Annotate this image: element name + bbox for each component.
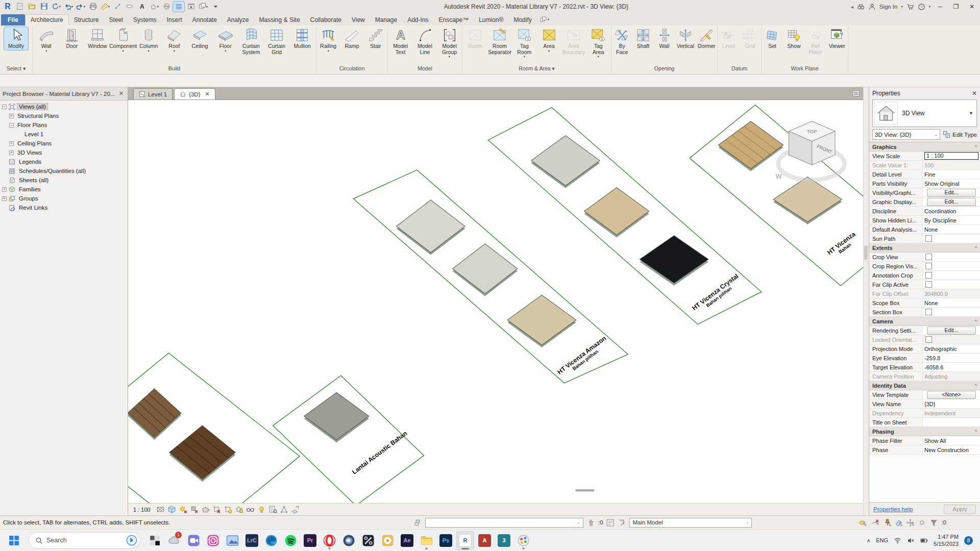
- section-header-camera[interactable]: Camera^: [869, 317, 980, 326]
- show-crop-region-icon[interactable]: [224, 505, 232, 514]
- material-swatch[interactable]: [640, 236, 708, 283]
- material-swatch[interactable]: [397, 200, 465, 253]
- expand-icon[interactable]: +: [2, 187, 7, 192]
- section-header-identity-data[interactable]: Identity Data^: [869, 381, 980, 390]
- by-face-button[interactable]: By Face: [611, 27, 632, 56]
- detail-level-value[interactable]: Fine: [924, 171, 935, 178]
- tag-room-button[interactable]: 1Tag Room▾: [512, 27, 536, 59]
- drag-on-selection-toggle-icon[interactable]: [906, 518, 915, 527]
- collapse-icon[interactable]: −: [9, 123, 14, 128]
- 3d-view[interactable]: Lantai Acoustic BahanHT Vicenza AmazonBa…: [128, 100, 863, 503]
- design-options-combo[interactable]: Main Model⌄: [629, 518, 752, 528]
- model-text-button[interactable]: AModel Text: [388, 27, 412, 56]
- model-line-button[interactable]: Model Line: [413, 27, 437, 56]
- dormer-button[interactable]: Dormer: [696, 27, 717, 50]
- ribbon-tab-manage[interactable]: Manage: [370, 14, 402, 26]
- tree-item-groups[interactable]: +Groups: [0, 194, 128, 203]
- worksets-icon[interactable]: [413, 518, 422, 527]
- column-button[interactable]: Column▾: [137, 27, 161, 53]
- taskbar-app-photoshop[interactable]: Ps: [437, 531, 455, 550]
- visibility-graphi-button[interactable]: Edit...: [927, 189, 976, 197]
- properties-help-link[interactable]: Properties help: [873, 506, 913, 512]
- aligndim-button[interactable]: [112, 2, 123, 12]
- wifi-icon[interactable]: [894, 537, 901, 544]
- viewer-button[interactable]: Viewer: [826, 27, 848, 50]
- temporary-hide-isolate-icon[interactable]: [246, 505, 255, 514]
- collapse-icon[interactable]: −: [2, 105, 7, 109]
- phase-filter-value[interactable]: Show All: [924, 438, 946, 444]
- taskbar-app-spotify[interactable]: [282, 531, 300, 550]
- ribbon-tab-annotate[interactable]: Annotate: [187, 14, 222, 26]
- taskbar-app-3ds-max[interactable]: 3: [495, 531, 513, 550]
- worksets-combo[interactable]: ⌄: [425, 518, 583, 528]
- taskbar-app-after-effects[interactable]: Ae: [398, 531, 416, 550]
- material-swatch[interactable]: [453, 244, 518, 294]
- tagq-button[interactable]: [124, 2, 135, 12]
- door-button[interactable]: Door: [60, 27, 84, 50]
- collapse-chevron-icon[interactable]: ^: [975, 319, 977, 324]
- ribbon-tab-view[interactable]: View: [347, 14, 370, 26]
- parts-visibility-value[interactable]: Show Original: [924, 181, 959, 187]
- close-view-icon[interactable]: ✕: [205, 91, 209, 97]
- dependency-value[interactable]: Independent: [924, 410, 955, 416]
- section-header-phasing[interactable]: Phasing^: [869, 427, 980, 436]
- ribbon-tab-structure[interactable]: Structure: [69, 14, 104, 26]
- horizontal-scroll-indicator[interactable]: [575, 489, 594, 491]
- undo-button[interactable]: ▾: [63, 2, 74, 12]
- ribbon-tab-add-ins[interactable]: Add-Ins: [402, 14, 433, 26]
- properties-close-icon[interactable]: ✕: [972, 90, 977, 97]
- far-clip-active-checkbox[interactable]: [925, 281, 932, 288]
- select-links-toggle-icon[interactable]: [859, 518, 868, 527]
- mullion-button[interactable]: Mullion: [290, 27, 314, 50]
- language-indicator[interactable]: ENG: [876, 537, 888, 543]
- sun-path-icon[interactable]: [179, 505, 187, 514]
- wall-button[interactable]: Wall: [654, 27, 675, 50]
- taskbar-app-revit[interactable]: R: [456, 531, 474, 550]
- sign-in-link[interactable]: Sign In: [879, 4, 898, 10]
- tree-item-level-1[interactable]: Level 1: [0, 130, 128, 139]
- taskbar-app-edge[interactable]: [262, 531, 280, 550]
- collapse-chevron-icon[interactable]: ^: [975, 429, 977, 434]
- close-button[interactable]: ✕: [966, 3, 978, 10]
- ribbon-tab-file[interactable]: File: [1, 14, 25, 26]
- view-tab-3d[interactable]: {3D}✕: [174, 88, 215, 99]
- restore-button[interactable]: ❐: [950, 3, 962, 10]
- rendering-setti-button[interactable]: Edit...: [927, 327, 976, 335]
- editable-only-icon[interactable]: [586, 518, 595, 527]
- room-separator-button[interactable]: Room Separator: [488, 27, 512, 56]
- taskbar-app-premiere[interactable]: Pr: [301, 531, 319, 550]
- show-hidden-li-value[interactable]: By Discipline: [924, 217, 957, 223]
- taskbar-app-onedrive[interactable]: 1: [165, 531, 183, 550]
- annotation-crop-checkbox[interactable]: [925, 272, 932, 279]
- select-pinned-toggle-icon[interactable]: [883, 518, 891, 527]
- show-button[interactable]: Show: [783, 27, 804, 50]
- print-button[interactable]: [87, 2, 99, 12]
- taskbar-app-media-player[interactable]: [379, 531, 397, 550]
- material-swatch[interactable]: [773, 177, 842, 222]
- section-header-graphics[interactable]: Graphics^: [869, 142, 980, 152]
- collapse-infocenter-icon[interactable]: ◂: [851, 4, 853, 10]
- eye-elevation-value[interactable]: -259.8: [924, 355, 940, 361]
- floor-button[interactable]: Floor▾: [213, 27, 237, 53]
- view-template-button[interactable]: <None>: [927, 391, 976, 399]
- material-swatch[interactable]: [304, 392, 369, 440]
- closehidden-button[interactable]: [185, 2, 197, 12]
- edit-type-button[interactable]: Edit Type: [943, 131, 977, 138]
- save-button[interactable]: [38, 2, 50, 12]
- taskbar-search[interactable]: Search: [29, 532, 140, 548]
- background-processes-icon[interactable]: [918, 518, 926, 527]
- design-options-icon[interactable]: [606, 518, 615, 527]
- material-swatch[interactable]: [584, 187, 649, 235]
- active-only-icon[interactable]: [618, 518, 626, 527]
- qatdrop-button[interactable]: [210, 2, 221, 12]
- target-elevation-value[interactable]: -6058.6: [924, 364, 943, 370]
- material-swatch[interactable]: [531, 136, 600, 186]
- open-button[interactable]: [26, 2, 37, 12]
- window-button[interactable]: Window: [85, 27, 109, 50]
- taskbar-app-meet-app[interactable]: [185, 531, 203, 550]
- discipline-value[interactable]: Coordination: [924, 208, 956, 214]
- locked-orientat-checkbox[interactable]: [925, 336, 932, 343]
- phase-value[interactable]: New Construction: [924, 447, 969, 453]
- crop-region-vis-checkbox[interactable]: [925, 263, 932, 269]
- expand-icon[interactable]: +: [2, 196, 7, 201]
